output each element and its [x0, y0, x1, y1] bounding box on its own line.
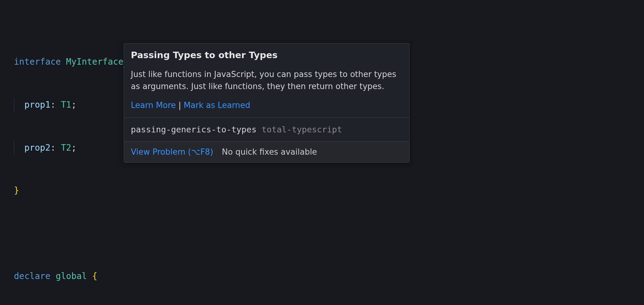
- colon: :: [50, 143, 56, 153]
- diagnostic-source: total-typescript: [262, 125, 342, 134]
- no-quick-fix-label: No quick fixes available: [222, 145, 317, 159]
- indent: [14, 100, 24, 110]
- hover-status-bar: View Problem (⌥F8) No quick fixes availa…: [124, 141, 409, 162]
- semicolon: ;: [71, 100, 76, 110]
- type-identifier: MyInterface: [66, 57, 123, 67]
- mark-as-learned-link[interactable]: Mark as Learned: [184, 101, 250, 110]
- code-line[interactable]: declare global {: [14, 269, 176, 283]
- hover-widget: Passing Types to other Types Just like f…: [124, 43, 410, 163]
- property-name: prop2: [24, 143, 50, 153]
- type-ref: T1: [61, 100, 71, 110]
- keyword-global: global: [56, 271, 87, 281]
- diagnostic-code: passing-generics-to-types: [131, 125, 256, 134]
- property-name: prop1: [24, 100, 50, 110]
- hover-content: Passing Types to other Types Just like f…: [124, 44, 409, 118]
- colon: :: [50, 100, 56, 110]
- hover-links-row: Learn More | Mark as Learned: [131, 99, 402, 112]
- hover-source-row: passing-generics-to-types total-typescri…: [124, 118, 409, 142]
- keyboard-shortcut: (⌥F8): [188, 147, 213, 157]
- code-line[interactable]: [14, 226, 176, 241]
- semicolon: ;: [71, 143, 76, 153]
- type-ref: T2: [61, 143, 71, 153]
- hover-title: Passing Types to other Types: [131, 48, 402, 63]
- link-separator: |: [176, 101, 183, 110]
- brace-open: {: [87, 271, 97, 281]
- hover-body-text: Just like functions in JavaScript, you c…: [131, 68, 402, 92]
- keyword-declare: declare: [14, 271, 50, 281]
- code-line[interactable]: }: [14, 183, 176, 198]
- keyword-interface: interface: [14, 57, 61, 67]
- view-problem-link[interactable]: View Problem (⌥F8): [131, 145, 213, 159]
- learn-more-link[interactable]: Learn More: [131, 101, 176, 110]
- indent: [14, 143, 24, 153]
- brace-close: }: [14, 185, 19, 195]
